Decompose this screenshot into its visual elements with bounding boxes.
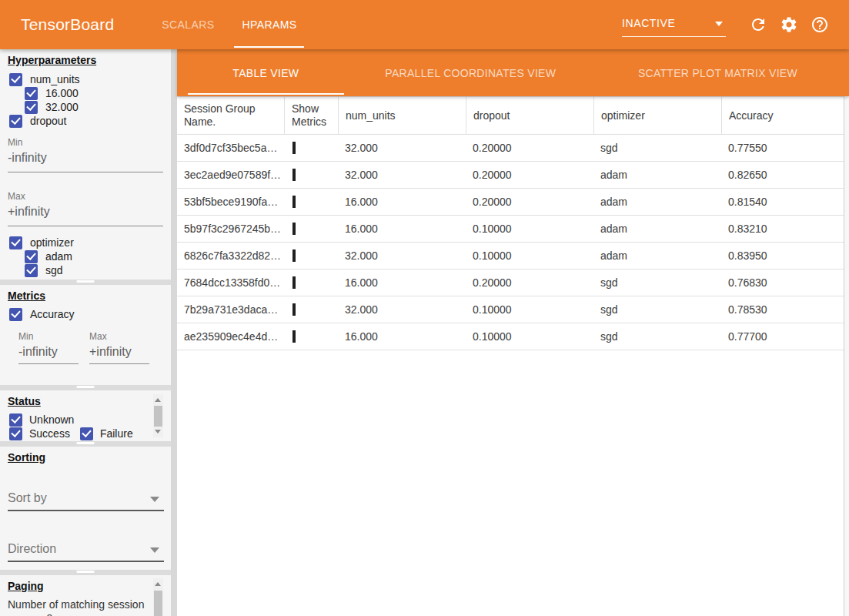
dropout-min-input[interactable] xyxy=(8,151,163,165)
refresh-button[interactable] xyxy=(749,15,767,34)
num-units-cell: 32.000 xyxy=(338,142,466,154)
status-success-label: Success xyxy=(29,427,70,440)
table-row: 3ec2aed9e07589f… 32.000 0.20000 adam 0.8… xyxy=(177,162,844,189)
direction-dropdown[interactable]: Direction xyxy=(8,542,164,562)
accuracy-cell: 0.76830 xyxy=(721,276,844,289)
resize-handle[interactable] xyxy=(0,280,171,285)
tab-table-view[interactable]: TABLE VIEW xyxy=(188,49,344,96)
accuracy-cell: 0.83210 xyxy=(721,223,844,235)
col-show-metrics: Show Metrics xyxy=(284,97,338,134)
app-title: TensorBoard xyxy=(21,15,114,34)
paging-scrollbar[interactable] xyxy=(153,578,163,616)
table-header-row: Session Group Name. Show Metrics num_uni… xyxy=(177,96,844,135)
status-unknown-checkbox[interactable] xyxy=(9,413,22,427)
dropout-min-field: Min xyxy=(8,137,163,172)
matching-groups-text: Number of matching session groups: 8 xyxy=(8,598,145,616)
sort-by-placeholder: Sort by xyxy=(8,491,47,504)
dropout-label: dropout xyxy=(30,115,66,127)
sessions-table: Session Group Name. Show Metrics num_uni… xyxy=(177,96,844,616)
accuracy-min-input[interactable] xyxy=(18,345,79,359)
accuracy-cell: 0.83950 xyxy=(721,249,844,262)
resize-handle[interactable] xyxy=(0,385,171,390)
table-row: 53bf5bece9190fa… 16.000 0.20000 adam 0.8… xyxy=(177,189,844,216)
min-label: Min xyxy=(18,331,79,342)
show-metrics-checkbox[interactable] xyxy=(292,196,296,208)
max-label: Max xyxy=(89,331,149,342)
optimizer-cell: adam xyxy=(593,196,721,208)
resize-handle[interactable] xyxy=(0,441,171,447)
scrollbar-thumb[interactable] xyxy=(154,591,162,616)
direction-placeholder: Direction xyxy=(8,542,56,555)
optimizer-adam-checkbox[interactable] xyxy=(25,250,38,263)
metric-accuracy-row: Accuracy xyxy=(0,307,171,321)
main-scrollbar-track[interactable] xyxy=(844,96,849,616)
status-heading: Status xyxy=(8,395,171,407)
status-unknown-row: Unknown xyxy=(9,413,74,427)
table-row: ae235909ec4e4d… 16.000 0.10000 sgd 0.777… xyxy=(177,323,844,350)
optimizer-adam-label: adam xyxy=(45,250,72,263)
status-scrollbar[interactable] xyxy=(153,394,163,437)
dropout-checkbox[interactable] xyxy=(9,115,22,128)
dropout-cell: 0.10000 xyxy=(466,303,593,316)
status-failure-checkbox[interactable] xyxy=(80,427,93,440)
optimizer-cell: adam xyxy=(593,249,721,262)
num-units-option-row: 32.000 xyxy=(0,100,171,114)
optimizer-cell: sgd xyxy=(593,142,721,154)
tab-scatter-plot-matrix-view[interactable]: SCATTER PLOT MATRIX VIEW xyxy=(597,49,838,96)
dropout-max-input[interactable] xyxy=(8,205,163,219)
accuracy-checkbox[interactable] xyxy=(9,308,22,321)
status-dropdown[interactable]: INACTIVE xyxy=(622,12,726,37)
optimizer-sgd-label: sgd xyxy=(45,264,63,276)
dropout-cell: 0.20000 xyxy=(466,142,593,154)
optimizer-checkbox[interactable] xyxy=(9,236,22,249)
num-units-32-checkbox[interactable] xyxy=(25,101,38,114)
tab-scalars[interactable]: SCALARS xyxy=(148,0,228,49)
show-metrics-checkbox[interactable] xyxy=(292,249,296,262)
table-row: 7b29a731e3daca… 32.000 0.10000 sgd 0.785… xyxy=(177,296,844,323)
show-metrics-checkbox[interactable] xyxy=(292,303,296,316)
scrollbar-thumb[interactable] xyxy=(154,406,162,427)
scroll-up-icon[interactable] xyxy=(155,398,161,402)
session-group-name-cell: 3ec2aed9e07589f… xyxy=(177,169,284,181)
num-units-cell: 32.000 xyxy=(338,249,466,262)
dropout-cell: 0.10000 xyxy=(466,249,593,262)
dropout-cell: 0.10000 xyxy=(466,330,593,343)
show-metrics-checkbox[interactable] xyxy=(292,223,296,235)
show-metrics-checkbox[interactable] xyxy=(292,276,296,289)
num-units-16-checkbox[interactable] xyxy=(25,87,38,100)
paging-heading: Paging xyxy=(8,580,171,592)
tab-parallel-coordinates-view[interactable]: PARALLEL COORDINATES VIEW xyxy=(344,49,597,96)
table-row: 5b97f3c2967245b… 16.000 0.10000 adam 0.8… xyxy=(177,216,844,243)
optimizer-sgd-checkbox[interactable] xyxy=(25,264,38,277)
col-session-group-name: Session Group Name. xyxy=(177,97,284,134)
num-units-cell: 32.000 xyxy=(338,169,466,181)
show-metrics-checkbox[interactable] xyxy=(292,169,296,181)
optimizer-option-row: adam xyxy=(0,249,171,263)
status-success-checkbox[interactable] xyxy=(9,427,22,440)
show-metrics-checkbox[interactable] xyxy=(292,330,296,343)
sorting-heading: Sorting xyxy=(8,451,171,464)
status-success-row: Success xyxy=(9,427,70,440)
hparam-optimizer-row: optimizer xyxy=(0,236,171,249)
num-units-checkbox[interactable] xyxy=(9,73,22,86)
accuracy-cell: 0.78530 xyxy=(721,303,844,316)
help-button[interactable] xyxy=(811,15,829,34)
col-optimizer: optimizer xyxy=(593,97,721,134)
accuracy-max-input[interactable] xyxy=(89,345,149,359)
resize-handle[interactable] xyxy=(0,570,171,575)
tab-hparams[interactable]: HPARAMS xyxy=(228,0,310,49)
panel-paging: Paging Number of matching session groups… xyxy=(0,575,171,616)
table-row: 3df0d7cf35bec5a… 32.000 0.20000 sgd 0.77… xyxy=(177,135,844,162)
help-icon xyxy=(811,15,829,34)
gear-icon xyxy=(780,15,798,34)
sort-by-dropdown[interactable]: Sort by xyxy=(8,491,164,511)
show-metrics-checkbox[interactable] xyxy=(292,142,296,154)
optimizer-cell: sgd xyxy=(593,303,721,316)
scroll-up-icon[interactable] xyxy=(155,582,161,586)
main-content: TABLE VIEW PARALLEL COORDINATES VIEW SCA… xyxy=(177,49,849,616)
refresh-icon xyxy=(749,15,767,34)
settings-button[interactable] xyxy=(780,15,798,34)
app-header: TensorBoard SCALARS HPARAMS INACTIVE xyxy=(0,0,849,49)
panel-sorting: Sorting Sort by Direction xyxy=(0,447,171,570)
scroll-down-icon[interactable] xyxy=(155,430,161,434)
